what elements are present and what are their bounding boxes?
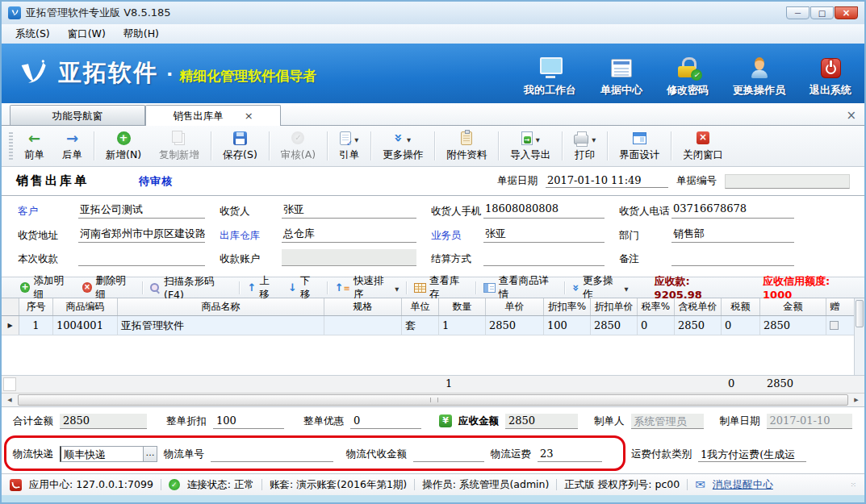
cell-tax-price[interactable]: 2850 [675, 316, 722, 335]
col-seq: 序号 [19, 298, 53, 315]
cell-product-code[interactable]: 1004001 [53, 316, 118, 335]
express-combo[interactable]: 顺丰快递 [60, 446, 144, 462]
freight-type-field[interactable]: 1我方付运费(生成运 [698, 447, 806, 462]
freight-field[interactable]: 23 [538, 447, 602, 462]
warehouse-field[interactable]: 总仓库 [282, 226, 416, 243]
dept-field[interactable]: 销售部 [671, 226, 794, 243]
more-actions-button[interactable]: 更多操作 [374, 127, 432, 165]
cell-amount[interactable]: 2850 [760, 316, 826, 335]
cell-product-name[interactable]: 亚拓管理软件 [118, 316, 324, 335]
cell-qty[interactable]: 1 [439, 316, 486, 335]
more-actions-label: 更多操作 [383, 148, 423, 162]
order-promo-field[interactable]: 0 [350, 414, 421, 429]
credit-limit-label: 应收信用额度: [763, 275, 830, 287]
next-order-button[interactable]: 后单 [53, 127, 91, 165]
prev-arrow-icon [28, 130, 40, 147]
remark-field[interactable] [671, 249, 794, 266]
account-field [282, 249, 416, 266]
close-window-button[interactable]: 关闭窗口 [674, 127, 732, 165]
dropdown-caret-icon [395, 281, 399, 294]
next-order-label: 后单 [62, 148, 82, 162]
address-field[interactable]: 河南省郑州市中原区建设路 [78, 226, 205, 243]
add-new-button[interactable]: 新增(N) [97, 127, 150, 165]
order-discount-field[interactable]: 100 [213, 414, 284, 429]
payment-field[interactable] [78, 249, 205, 266]
brand-banner: 亚拓软件 · 精细化管理软件倡导者 我的工作台 单据中心 修改密码 更换操作员 [2, 44, 864, 103]
menu-system[interactable]: 系统(S) [6, 26, 59, 43]
tab-sales-outbound[interactable]: 销售出库单 [145, 105, 281, 126]
status-separator [414, 479, 415, 490]
scrollbar-thumb[interactable] [856, 300, 864, 327]
dropdown-caret-icon [354, 132, 358, 144]
detail-more-actions-label: 更多操作 [583, 274, 621, 302]
switch-operator-button[interactable]: 更换操作员 [733, 56, 785, 98]
cell-tax[interactable]: 0 [722, 316, 760, 335]
doc-date-field[interactable]: 2017-01-10 11:49 [546, 174, 668, 188]
audit-button[interactable]: 审核(A) [272, 127, 324, 165]
tab-strip: 功能导航窗 销售出库单 [2, 103, 864, 126]
scroll-right-arrow-icon[interactable]: ▶ [850, 394, 863, 406]
cell-discount-price[interactable]: 2850 [591, 316, 638, 335]
doc-center-button[interactable]: 单据中心 [600, 56, 642, 98]
maximize-button[interactable] [810, 6, 834, 19]
scroll-left-arrow-icon[interactable]: ◀ [3, 394, 16, 406]
consignee-field[interactable]: 张亚 [282, 202, 416, 219]
cell-unit[interactable]: 套 [402, 316, 439, 335]
close-button[interactable] [835, 6, 858, 19]
change-password-button[interactable]: 修改密码 [667, 56, 709, 98]
audit-check-icon [291, 131, 304, 144]
save-floppy-icon [233, 131, 247, 145]
cell-spec[interactable] [324, 316, 402, 335]
save-button[interactable]: 保存(S) [214, 127, 266, 165]
horizontal-scrollbar[interactable]: ◀ ▶ [2, 393, 864, 406]
settle-field[interactable] [483, 249, 605, 266]
tab-function-nav[interactable]: 功能导航窗 [10, 105, 145, 125]
cell-discount-rate[interactable]: 100 [544, 316, 591, 335]
tracking-field[interactable] [211, 447, 333, 462]
exit-system-button[interactable]: 退出系统 [810, 56, 851, 98]
resize-grip-icon[interactable] [850, 481, 856, 489]
import-export-icon [521, 131, 533, 145]
phone-field[interactable]: 03716678678 [671, 202, 794, 219]
scrollbar-thumb[interactable] [18, 394, 848, 406]
order-discount-label: 整单折扣 [166, 414, 207, 428]
workstation-button[interactable]: 我的工作台 [524, 56, 576, 98]
toolbar-separator [564, 281, 565, 294]
tab-close-icon[interactable] [245, 110, 253, 121]
double-chevron-icon [572, 281, 579, 294]
magnifier-icon [149, 282, 161, 294]
address-label: 收货地址 [16, 226, 78, 246]
message-center-link[interactable]: 消息提醒中心 [713, 478, 773, 492]
cell-seq[interactable]: 1 [19, 316, 53, 335]
salesman-field[interactable]: 张亚 [483, 226, 605, 243]
brand-name: 亚拓软件 [58, 57, 158, 90]
cod-field[interactable] [413, 447, 484, 462]
ellipsis-button[interactable] [144, 446, 157, 462]
col-unit: 单位 [402, 298, 439, 315]
cell-price[interactable]: 2850 [486, 316, 544, 335]
detail-list-icon [483, 283, 496, 293]
prev-order-button[interactable]: 前单 [15, 127, 53, 165]
table-row[interactable]: 1 1004001 亚拓管理软件 套 1 2850 100 2850 0 285… [2, 316, 864, 335]
summary-amount: 2850 [767, 377, 793, 389]
copy-add-button[interactable]: 复制新增 [150, 127, 208, 165]
minimize-button[interactable] [786, 6, 810, 19]
menu-window[interactable]: 窗口(W) [59, 26, 115, 43]
down-arrow-icon [288, 281, 297, 294]
ui-design-label: 界面设计 [619, 148, 659, 162]
tabstrip-close-icon[interactable] [846, 108, 856, 123]
vertical-scrollbar[interactable] [854, 298, 864, 375]
cell-tax-rate[interactable]: 0 [638, 316, 675, 335]
attachments-button[interactable]: 附件资料 [437, 127, 496, 165]
remark-label: 备注 [617, 249, 671, 269]
pull-order-button[interactable]: 引单 [330, 127, 368, 165]
gift-checkbox[interactable] [830, 321, 839, 330]
import-export-button[interactable]: 导入导出 [501, 127, 559, 165]
move-up-label: 上移 [259, 274, 278, 302]
print-button[interactable]: 打印 [565, 127, 605, 165]
customer-field[interactable]: 亚拓公司测试 [78, 202, 205, 219]
summary-tax: 0 [728, 377, 734, 389]
menu-help[interactable]: 帮助(H) [115, 26, 168, 43]
mobile-field[interactable]: 18608080808 [483, 202, 605, 219]
ui-design-button[interactable]: 界面设计 [610, 127, 668, 165]
